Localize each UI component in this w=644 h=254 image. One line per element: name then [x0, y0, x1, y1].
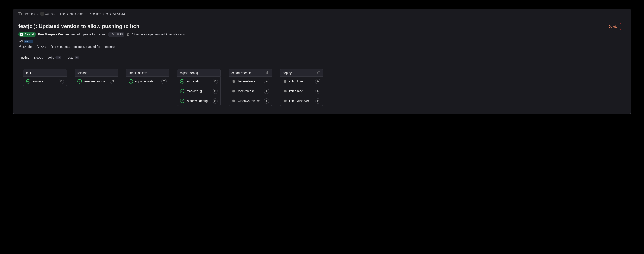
play-all-icon[interactable] [318, 71, 320, 74]
status-manual-icon [283, 99, 287, 103]
stage-connector [272, 73, 280, 73]
tab-jobs[interactable]: Jobs12 [48, 54, 61, 62]
author-text: Ben Marquez Keenan created pipeline for … [38, 32, 106, 36]
stage-body: linux-debugmac-debugwindows-debug [177, 76, 221, 106]
job-item[interactable]: itchio:windows [280, 96, 323, 106]
stage-header[interactable]: test [23, 69, 67, 76]
tab-label: Needs [34, 56, 43, 59]
status-manual-icon [283, 79, 287, 84]
play-button[interactable] [315, 88, 320, 94]
retry-button[interactable] [59, 79, 64, 84]
job-name: analyse [32, 80, 43, 83]
stage-body: import-assets [126, 76, 169, 86]
breadcrumb-item[interactable]: Pipelines [89, 12, 101, 16]
status-passed-icon [26, 79, 30, 84]
job-left: linux-debug [180, 79, 202, 84]
job-left: analyse [26, 79, 43, 84]
tab-pipeline[interactable]: Pipeline [18, 54, 29, 62]
job-item[interactable]: analyse [24, 76, 66, 86]
for-label: For [18, 39, 23, 43]
breadcrumb-label: Games [45, 12, 54, 16]
stage-release: releaserelease-version [74, 69, 118, 86]
job-item[interactable]: itchio:mac [280, 86, 323, 96]
stage-connector [221, 73, 228, 73]
stage-name: deploy [283, 71, 292, 74]
stage-connector [67, 73, 74, 73]
tab-label: Jobs [48, 56, 54, 59]
stage-header[interactable]: import-assets [126, 69, 169, 76]
stage-header[interactable]: export-debug [177, 69, 221, 76]
job-name: windows-release [238, 99, 260, 103]
job-item[interactable]: itchio:linux [280, 76, 323, 86]
job-item[interactable]: linux-release [229, 76, 272, 86]
job-left: mac-release [231, 89, 254, 93]
jobs-stat: 12 jobs [18, 45, 32, 48]
tab-tests[interactable]: Tests0 [66, 54, 79, 62]
job-name: itchio:windows [289, 99, 309, 103]
play-button[interactable] [264, 98, 269, 104]
stage-body: analyse [23, 76, 67, 86]
tab-count: 0 [74, 56, 79, 59]
job-left: itchio:linux [283, 79, 303, 84]
stage-export-release: export-releaselinux-releasemac-releasewi… [228, 69, 272, 106]
sidebar-toggle-icon[interactable] [18, 12, 22, 16]
tab-needs[interactable]: Needs [34, 54, 43, 62]
play-button[interactable] [264, 88, 269, 94]
stage-header[interactable]: export-release [228, 69, 272, 76]
project-avatar-icon [40, 12, 44, 16]
branch-pill[interactable]: main [24, 40, 33, 43]
play-button[interactable] [315, 79, 320, 84]
breadcrumb-item[interactable]: BenTek [25, 12, 35, 16]
status-manual-icon [283, 89, 287, 93]
author-name[interactable]: Ben Marquez Keenan [38, 32, 69, 36]
job-name: itchio:mac [289, 90, 303, 93]
stage-name: export-release [231, 71, 251, 74]
breadcrumb-label: BenTek [25, 12, 35, 16]
meta-row: Passed Ben Marquez Keenan created pipeli… [18, 32, 626, 37]
status-passed-icon [129, 79, 133, 84]
job-item[interactable]: windows-debug [178, 96, 220, 106]
job-item[interactable]: mac-debug [178, 86, 220, 96]
breadcrumb-label: Pipelines [89, 12, 101, 16]
status-label: Passed [24, 33, 34, 36]
breadcrumb-item[interactable]: The Bacon Game [60, 12, 84, 16]
stage-import-assets: import-assetsimport-assets [126, 69, 169, 86]
job-item[interactable]: windows-release [229, 96, 272, 106]
play-all-icon[interactable] [266, 71, 269, 74]
stage-export-debug: export-debuglinux-debugmac-debugwindows-… [177, 69, 221, 106]
jobs-count: 12 jobs [22, 45, 32, 48]
content: Delete feat(ci): Updated version to allo… [13, 19, 631, 114]
job-item[interactable]: release-version [75, 76, 118, 86]
play-button[interactable] [315, 98, 320, 104]
job-left: linux-release [231, 79, 255, 84]
breadcrumb-sep: / [86, 12, 86, 16]
job-item[interactable]: mac-release [229, 86, 272, 96]
job-name: linux-release [238, 80, 255, 83]
gauge-icon [36, 45, 39, 48]
svg-rect-0 [18, 12, 21, 15]
stage-name: test [26, 71, 31, 74]
retry-button[interactable] [213, 98, 218, 104]
job-left: itchio:windows [283, 99, 309, 103]
stage-header[interactable]: release [74, 69, 118, 76]
status-manual-icon [231, 99, 236, 103]
copy-sha-icon[interactable] [126, 32, 130, 36]
job-item[interactable]: import-assets [126, 76, 169, 86]
job-left: mac-debug [180, 89, 202, 93]
delete-button[interactable]: Delete [606, 23, 621, 30]
breadcrumb-item[interactable]: Games [40, 12, 54, 16]
retry-button[interactable] [110, 79, 115, 84]
breadcrumb-item[interactable]: #1415163814 [106, 12, 125, 16]
breadcrumb-label: The Bacon Game [60, 12, 84, 16]
retry-button[interactable] [213, 88, 218, 94]
for-row: For main [18, 39, 626, 43]
time-text: 13 minutes ago, finished 9 minutes ago [132, 32, 185, 36]
play-button[interactable] [264, 79, 269, 84]
retry-button[interactable] [161, 79, 166, 84]
job-item[interactable]: linux-debug [178, 76, 220, 86]
commit-sha[interactable]: c0ca8f85 [108, 32, 124, 36]
stage-header[interactable]: deploy [280, 69, 323, 76]
stage-body: linux-releasemac-releasewindows-release [228, 76, 272, 106]
breadcrumb-sep: / [57, 12, 58, 16]
retry-button[interactable] [213, 79, 218, 84]
